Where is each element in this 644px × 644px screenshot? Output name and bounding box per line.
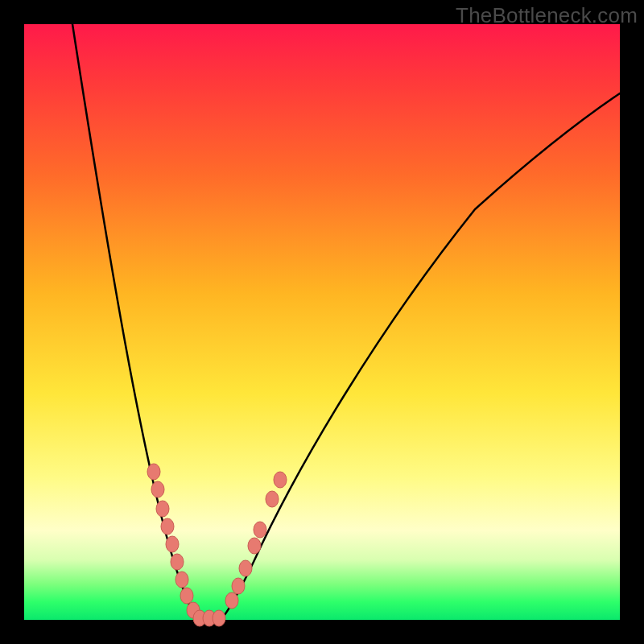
data-marker	[166, 536, 179, 552]
markers-group	[147, 464, 287, 626]
plot-area	[24, 24, 620, 620]
data-marker	[156, 501, 169, 517]
data-marker	[225, 592, 238, 609]
data-marker	[248, 538, 261, 554]
left-curve	[72, 24, 196, 618]
data-marker	[151, 481, 164, 497]
data-marker	[239, 560, 252, 576]
data-marker	[232, 578, 245, 594]
data-marker	[180, 588, 193, 604]
data-marker	[254, 522, 266, 538]
chart-frame: TheBottleneck.com	[0, 0, 644, 644]
curve-layer	[24, 24, 620, 620]
watermark-text: TheBottleneck.com	[456, 3, 638, 28]
data-marker	[274, 472, 287, 488]
data-marker	[171, 554, 184, 570]
data-marker	[213, 610, 225, 626]
right-curve	[222, 93, 620, 618]
data-marker	[147, 464, 160, 480]
data-marker	[266, 491, 279, 507]
data-marker	[175, 572, 188, 588]
data-marker	[161, 518, 174, 535]
